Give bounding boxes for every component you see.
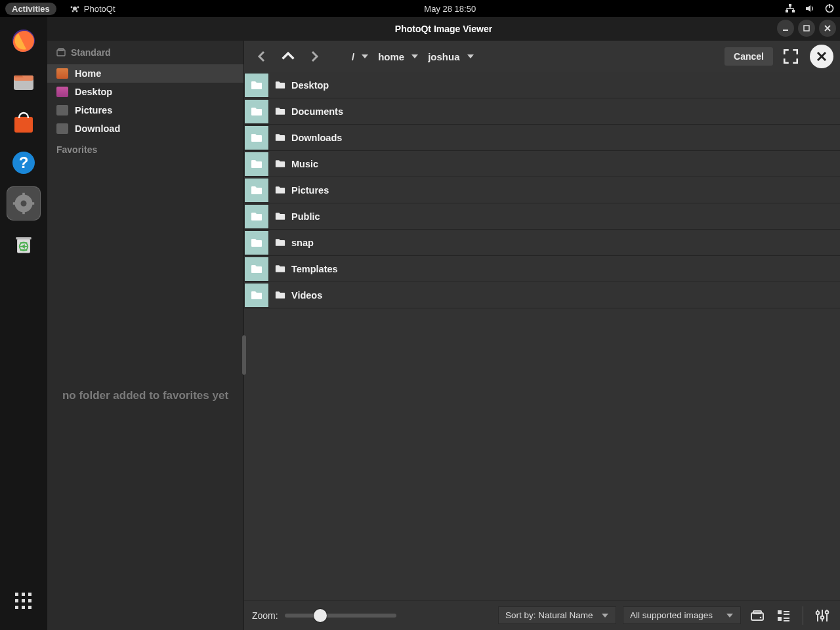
- topbar-tray: [785, 3, 835, 14]
- breadcrumb-user[interactable]: joshua: [428, 51, 474, 62]
- sidebar-item-desktop[interactable]: Desktop: [47, 83, 243, 101]
- breadcrumb-label: joshua: [428, 51, 459, 62]
- file-row[interactable]: snap: [244, 230, 840, 256]
- dock-trash[interactable]: [7, 227, 41, 261]
- sidebar-item-label: Download: [75, 123, 120, 134]
- svg-rect-18: [22, 193, 25, 196]
- dock-show-apps[interactable]: [7, 584, 41, 618]
- file-type-icon: [273, 186, 287, 194]
- breadcrumb-home[interactable]: home: [378, 51, 419, 62]
- svg-rect-32: [22, 606, 25, 609]
- sidebar-section-favorites[interactable]: Favorites: [47, 138, 243, 161]
- file-row[interactable]: Templates: [244, 256, 840, 282]
- svg-rect-29: [22, 599, 25, 602]
- file-list[interactable]: Desktop Documents Downloads Music Pictur…: [244, 72, 840, 600]
- file-thumbnail: [244, 283, 269, 308]
- file-row[interactable]: Documents: [244, 98, 840, 125]
- trash-icon: [12, 232, 35, 256]
- cancel-button[interactable]: Cancel: [724, 47, 773, 66]
- file-row[interactable]: Downloads: [244, 125, 840, 151]
- sidebar-item-home[interactable]: Home: [47, 64, 243, 83]
- chevron-down-icon: [361, 52, 369, 60]
- topbar-datetime[interactable]: May 28 18:50: [116, 4, 785, 14]
- folder-icon: [275, 159, 285, 168]
- shopping-bag-icon: [10, 109, 37, 135]
- activities-button[interactable]: Activities: [5, 3, 56, 15]
- dock-software[interactable]: [7, 105, 41, 139]
- file-thumbnail: [244, 99, 269, 124]
- file-name: Public: [291, 211, 320, 222]
- power-icon[interactable]: [824, 3, 835, 14]
- window-minimize-button[interactable]: [777, 20, 794, 37]
- svg-point-1: [70, 7, 72, 9]
- sidebar-section-standard[interactable]: Standard: [47, 41, 243, 64]
- close-icon: [815, 50, 828, 63]
- file-name: Desktop: [291, 80, 329, 91]
- network-icon[interactable]: [785, 3, 795, 14]
- volume-icon[interactable]: [805, 3, 815, 14]
- svg-rect-7: [792, 10, 795, 12]
- settings-sliders-button[interactable]: [812, 606, 832, 625]
- bottom-bar: Zoom: Sort by: Natural Name All supporte…: [244, 600, 840, 630]
- folder-icon: [251, 133, 262, 142]
- chevron-down-icon: [411, 52, 419, 60]
- chevron-down-icon: [467, 52, 474, 60]
- file-row[interactable]: Music: [244, 151, 840, 177]
- storage-devices-button[interactable]: [747, 606, 767, 625]
- drive-icon: [749, 608, 765, 623]
- file-name: Pictures: [291, 185, 329, 196]
- view-mode-button[interactable]: [774, 606, 793, 625]
- file-row[interactable]: Desktop: [244, 72, 840, 98]
- filter-dropdown-label: All supported images: [630, 610, 713, 620]
- topbar-app-menu[interactable]: PhotoQt: [70, 3, 116, 14]
- breadcrumb-label: /: [352, 51, 354, 62]
- nav-forward-button[interactable]: [303, 45, 326, 68]
- file-row[interactable]: Pictures: [244, 177, 840, 203]
- file-type-icon: [273, 107, 287, 116]
- window-close-button[interactable]: [819, 20, 836, 37]
- file-type-icon: [273, 212, 287, 220]
- fullscreen-button[interactable]: [781, 47, 801, 66]
- sidebar-item-download[interactable]: Download: [47, 119, 243, 138]
- chevron-down-icon: [726, 612, 734, 620]
- svg-rect-25: [15, 593, 18, 596]
- breadcrumb-root[interactable]: /: [352, 51, 369, 62]
- dock-settings[interactable]: [7, 186, 41, 220]
- sidebar-item-pictures[interactable]: Pictures: [47, 101, 243, 119]
- sliders-icon: [814, 608, 830, 623]
- nav-back-button[interactable]: [251, 45, 273, 68]
- filter-dropdown[interactable]: All supported images: [623, 606, 741, 624]
- zoom-slider[interactable]: [285, 614, 396, 618]
- window-maximize-button[interactable]: [798, 20, 815, 37]
- svg-text:?: ?: [19, 154, 29, 171]
- photoqt-window: PhotoQt Image Viewer Standard Home Deskt…: [47, 17, 840, 630]
- svg-point-40: [760, 616, 762, 618]
- svg-point-48: [821, 616, 824, 619]
- dialog-close-button[interactable]: [810, 45, 833, 68]
- svg-rect-45: [784, 618, 789, 619]
- file-row[interactable]: Videos: [244, 282, 840, 308]
- breadcrumb-label: home: [378, 51, 404, 62]
- window-title: PhotoQt Image Viewer: [395, 24, 492, 34]
- file-row[interactable]: Public: [244, 203, 840, 230]
- svg-rect-34: [783, 30, 788, 31]
- window-titlebar: PhotoQt Image Viewer: [47, 17, 840, 41]
- zoom-slider-knob[interactable]: [314, 609, 327, 622]
- nav-up-button[interactable]: [277, 45, 299, 68]
- grid-icon: [14, 591, 33, 611]
- file-type-icon: [273, 159, 287, 168]
- sidebar-resize-handle[interactable]: [242, 335, 246, 375]
- gnome-topbar: Activities PhotoQt May 28 18:50: [0, 0, 840, 17]
- folder-icon: [275, 81, 285, 89]
- sidebar-item-label: Pictures: [75, 105, 112, 116]
- file-name: snap: [291, 238, 314, 248]
- svg-rect-28: [15, 599, 18, 602]
- dock-files[interactable]: [7, 64, 41, 98]
- svg-rect-6: [786, 10, 788, 12]
- folder-icon: [275, 186, 285, 194]
- sort-dropdown[interactable]: Sort by: Natural Name: [498, 606, 616, 624]
- svg-point-49: [826, 610, 829, 614]
- dock-firefox[interactable]: [7, 24, 41, 58]
- dock-help[interactable]: ?: [7, 146, 41, 180]
- favorites-empty-message: no folder added to favorites yet: [51, 387, 240, 406]
